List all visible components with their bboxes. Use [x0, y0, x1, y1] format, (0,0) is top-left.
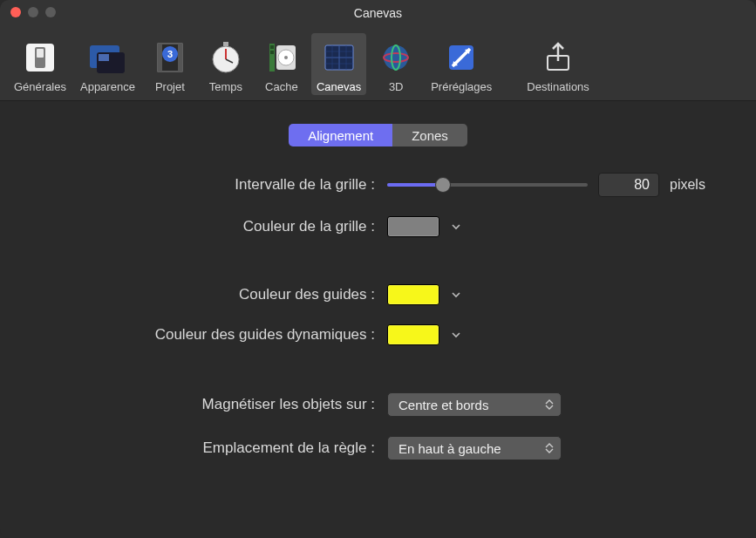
window-title: Canevas	[354, 6, 402, 20]
tool-label: Temps	[209, 80, 242, 93]
dyn-guide-color-well[interactable]	[387, 324, 439, 345]
tool-label: Canevas	[317, 80, 361, 93]
close-icon[interactable]	[10, 7, 21, 17]
ruler-select[interactable]: En haut à gauche	[387, 436, 562, 460]
guide-color-well[interactable]	[387, 284, 439, 305]
tool-appearance[interactable]: Apparence	[75, 33, 140, 95]
svg-point-20	[284, 56, 288, 59]
disk-icon	[261, 37, 303, 78]
chevron-down-icon[interactable]	[450, 289, 462, 301]
svg-rect-2	[37, 49, 44, 58]
svg-rect-8	[178, 44, 182, 72]
chevron-down-icon[interactable]	[450, 329, 462, 341]
updown-icon	[543, 396, 555, 413]
tool-time[interactable]: Temps	[200, 33, 252, 95]
titlebar: Canevas	[0, 0, 756, 26]
grid-spacing-slider[interactable]	[387, 176, 588, 194]
tab-zones[interactable]: Zones	[392, 124, 467, 146]
canvas-icon	[318, 37, 360, 78]
chevron-down-icon[interactable]	[450, 221, 462, 233]
tool-label: Apparence	[80, 80, 135, 93]
updown-icon	[543, 439, 555, 457]
svg-text:3: 3	[167, 49, 173, 59]
grid-color-well[interactable]	[387, 216, 439, 237]
canvas-pane: Alignement Zones Intervalle de la grille…	[0, 101, 756, 460]
stopwatch-icon	[205, 37, 247, 78]
segmented-control: Alignement Zones	[44, 124, 712, 146]
film-icon: 3	[149, 37, 191, 78]
ruler-value: En haut à gauche	[398, 441, 501, 456]
tool-destinations[interactable]: Destinations	[521, 33, 595, 95]
minimize-icon[interactable]	[28, 7, 38, 17]
tool-label: Cache	[265, 80, 298, 93]
toolbar: Générales Apparence 3 Projet Temps Cache	[0, 26, 756, 101]
tool-project[interactable]: 3 Projet	[144, 33, 196, 95]
presets-icon	[440, 37, 482, 78]
svg-rect-16	[270, 45, 274, 49]
tool-3d[interactable]: 3D	[370, 33, 422, 95]
svg-rect-17	[270, 51, 274, 54]
svg-rect-12	[223, 42, 228, 46]
tool-label: 3D	[389, 80, 404, 93]
tool-cache[interactable]: Cache	[255, 33, 308, 95]
tool-presets[interactable]: Préréglages	[426, 33, 497, 95]
svg-point-28	[384, 45, 408, 70]
tool-canvas[interactable]: Canevas	[311, 33, 366, 95]
switch-icon	[19, 37, 61, 78]
tab-alignment[interactable]: Alignement	[289, 124, 392, 146]
tool-general[interactable]: Générales	[9, 33, 72, 95]
appearance-icon	[86, 37, 128, 78]
globe-3d-icon	[375, 37, 417, 78]
svg-rect-7	[158, 44, 162, 72]
tool-label: Destinations	[527, 80, 589, 93]
grid-spacing-unit: pixels	[670, 177, 705, 193]
grid-spacing-field[interactable]: 80	[598, 173, 659, 197]
preferences-window: Canevas Générales Apparence 3 Projet Te	[0, 0, 756, 538]
grid-color-label: Couleur de la grille :	[44, 218, 375, 235]
tool-label: Préréglages	[431, 80, 492, 93]
tool-label: Générales	[14, 80, 66, 93]
slider-thumb[interactable]	[435, 177, 451, 193]
grid-spacing-label: Intervalle de la grille :	[44, 176, 375, 194]
snap-select[interactable]: Centre et bords	[387, 392, 562, 417]
snap-value: Centre et bords	[398, 398, 488, 412]
svg-rect-5	[99, 54, 109, 61]
tool-label: Projet	[155, 80, 185, 93]
alignment-form: Intervalle de la grille : 80 pixels Coul…	[44, 173, 712, 460]
snap-label: Magnétiser les objets sur :	[44, 396, 375, 413]
dyn-guide-color-label: Couleur des guides dynamiques :	[44, 326, 375, 344]
guide-color-label: Couleur des guides :	[44, 286, 375, 303]
zoom-icon[interactable]	[45, 7, 56, 17]
window-controls	[10, 7, 56, 17]
ruler-label: Emplacement de la règle :	[44, 439, 375, 457]
share-icon	[537, 37, 579, 78]
